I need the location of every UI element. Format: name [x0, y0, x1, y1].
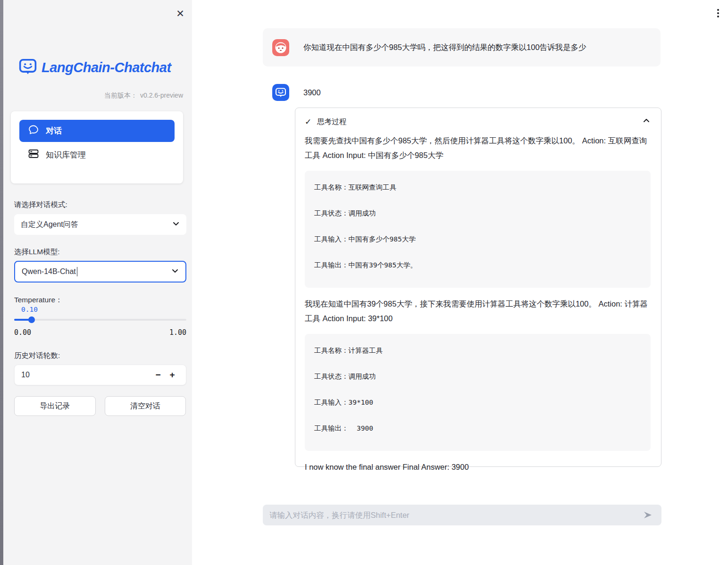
dialogue-mode-value: 自定义Agent问答 [21, 220, 78, 230]
agent-thought-paragraph: 我现在知道中国有39个985大学，接下来我需要使用计算器工具将这个数字乘以100… [305, 297, 651, 326]
expander-body: 我需要先查找中国有多少个985大学，然后使用计算器工具将这个数字乘以100。 A… [295, 132, 661, 472]
llm-model-value: Qwen-14B-Chat [22, 267, 76, 276]
dialogue-mode-label: 请选择对话模式: [14, 200, 67, 210]
slider-min-label: 0.00 [14, 328, 31, 337]
slider-max-label: 1.00 [169, 328, 186, 337]
sidebar-action-buttons: 导出记录 清空对话 [14, 396, 186, 416]
main-menu-kebab-icon[interactable] [716, 8, 720, 18]
export-records-button[interactable]: 导出记录 [14, 396, 96, 416]
sidebar-item-label: 对话 [46, 125, 62, 136]
chevron-down-icon [171, 267, 179, 276]
agent-thought-paragraph: 我需要先查找中国有多少个985大学，然后使用计算器工具将这个数字乘以100。 A… [305, 133, 651, 163]
expander-header[interactable]: ✓ 思考过程 [295, 108, 661, 132]
thought-process-expander: ✓ 思考过程 我需要先查找中国有多少个985大学，然后使用计算器工具将这个数字乘… [295, 108, 661, 467]
slider-range-labels: 0.00 1.00 [14, 328, 186, 337]
database-stack-icon [28, 148, 39, 162]
llm-model-select[interactable]: Qwen-14B-Chat [14, 261, 186, 282]
chevron-down-icon [172, 220, 180, 229]
version-value: v0.2.6-preview [140, 91, 183, 99]
sidebar-item-dialogue[interactable]: 对话 [19, 120, 175, 142]
temperature-label: Temperature： [14, 295, 63, 305]
tool-name-line: 工具名称：互联网查询工具 [314, 183, 641, 192]
history-rounds-label: 历史对话轮数: [14, 351, 60, 361]
temperature-slider[interactable] [14, 318, 186, 322]
tool-output-line: 工具输出：中国有39个985大学。 [314, 261, 641, 270]
llm-model-label: 选择LLM模型: [14, 247, 59, 257]
expander-title: 思考过程 [317, 117, 346, 127]
slider-thumb[interactable] [28, 316, 35, 323]
chatchat-logo-icon [19, 58, 37, 77]
sidebar-close-button[interactable]: ✕ [174, 7, 187, 20]
assistant-message-row: 3900 [272, 84, 321, 101]
tool-status-line: 工具状态：调用成功 [314, 372, 641, 381]
tool-call-block-2: 工具名称：计算器工具 工具状态：调用成功 工具输入：39*100 工具输出： 3… [305, 334, 651, 451]
user-message-text: 你知道现在中国有多少个985大学吗，把这得到的结果的数字乘以100告诉我是多少 [303, 42, 586, 53]
app-title: LangChain-Chatchat [42, 60, 171, 75]
tool-status-line: 工具状态：调用成功 [314, 209, 641, 218]
final-answer-text: I now know the final answer Final Answer… [305, 463, 651, 472]
user-avatar [272, 39, 289, 56]
increment-button[interactable]: + [165, 370, 179, 380]
assistant-avatar [272, 84, 289, 101]
tool-output-line: 工具输出： 3900 [314, 424, 641, 433]
chat-input[interactable] [269, 511, 641, 520]
tool-input-line: 工具输入：中国有多少个985大学 [314, 235, 641, 244]
window-edge-strip [0, 0, 3, 565]
text-cursor [77, 267, 78, 276]
dialogue-mode-select[interactable]: 自定义Agent问答 [14, 214, 186, 235]
nav-card: 对话 知识库管理 [11, 111, 183, 183]
history-rounds-value: 10 [21, 371, 30, 379]
version-info: 当前版本：v0.2.6-preview [11, 91, 183, 100]
clear-dialogue-button[interactable]: 清空对话 [105, 396, 186, 416]
send-icon[interactable] [641, 510, 655, 520]
chat-bubble-icon [28, 124, 39, 138]
tool-name-line: 工具名称：计算器工具 [314, 346, 641, 355]
slider-track[interactable] [14, 319, 186, 321]
temperature-value: 0.10 [21, 306, 38, 313]
assistant-answer-text: 3900 [303, 88, 321, 97]
sidebar-item-label: 知识库管理 [46, 150, 86, 160]
sidebar: ✕ LangChain-Chatchat 当前版本：v0.2.6-preview… [3, 0, 192, 565]
tool-call-block-1: 工具名称：互联网查询工具 工具状态：调用成功 工具输入：中国有多少个985大学 … [305, 171, 651, 288]
check-icon: ✓ [305, 117, 311, 127]
history-rounds-stepper[interactable]: 10 − + [14, 365, 186, 385]
chat-input-bar [263, 505, 661, 525]
user-message-row: 你知道现在中国有多少个985大学吗，把这得到的结果的数字乘以100告诉我是多少 [263, 28, 661, 66]
tool-input-line: 工具输入：39*100 [314, 398, 641, 407]
app-logo: LangChain-Chatchat [19, 58, 171, 77]
sidebar-item-knowledge-base[interactable]: 知识库管理 [19, 145, 175, 164]
decrement-button[interactable]: − [151, 370, 165, 380]
chevron-up-icon[interactable] [642, 116, 651, 127]
version-label: 当前版本： [104, 91, 137, 99]
